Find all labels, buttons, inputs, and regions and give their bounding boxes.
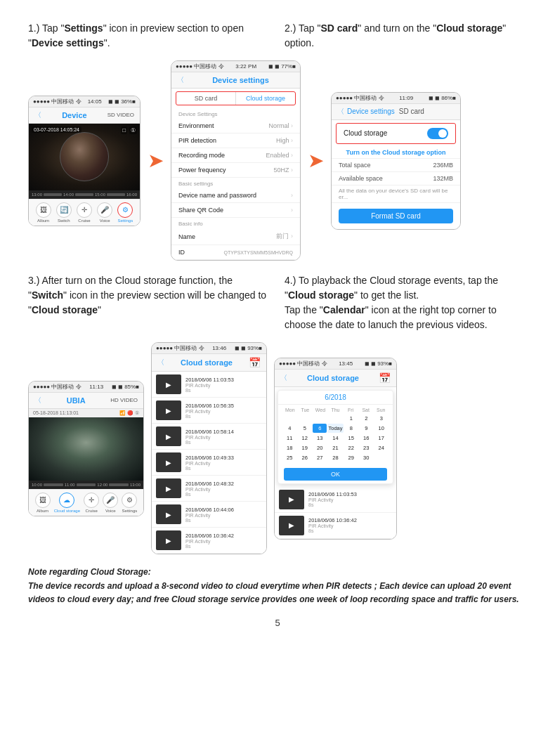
- cloud-thumb-4: ▶: [156, 452, 181, 472]
- devname-arrow: ›: [291, 192, 293, 199]
- phone4-header: 〈 UBIA HD VIDEO: [29, 393, 143, 409]
- cal-17[interactable]: 17: [374, 434, 389, 443]
- cloud-event-2[interactable]: ▶ 2018/06/06 10:56:35 PIR Activity 8s: [152, 398, 266, 424]
- cal-27[interactable]: 27: [313, 453, 327, 462]
- album-icon-item4[interactable]: 🖼 Album: [35, 493, 51, 513]
- settings-name[interactable]: Name 前门 ›: [171, 228, 300, 245]
- cal-23[interactable]: 23: [359, 443, 374, 452]
- cal-26[interactable]: 26: [297, 453, 312, 462]
- settings-qr[interactable]: Share QR Code ›: [171, 203, 300, 218]
- cal-8[interactable]: 8: [344, 424, 359, 433]
- rec-label: Recording mode: [178, 152, 225, 159]
- phone3-title-right: SD card: [399, 107, 424, 115]
- cloud-event-6[interactable]: ▶ 2018/06/06 10:44:06 PIR Activity 8s: [152, 502, 266, 528]
- voice-circle4: 🎤: [103, 493, 118, 508]
- cloud-event-7[interactable]: ▶ 2018/06/06 10:36:42 PIR Activity 8s: [152, 528, 266, 554]
- name-value: 前门 ›: [276, 232, 293, 241]
- settings-device-name[interactable]: Device name and password ›: [171, 188, 300, 203]
- cloud-avail-space: Available space 132MB: [332, 172, 460, 185]
- cal-empty3: [313, 414, 327, 423]
- cloudstorage-icon-item4[interactable]: ☁ Cloud storage: [54, 493, 80, 513]
- phone4-right: HD VIDEO: [110, 397, 138, 403]
- voice-label4: Voice: [105, 509, 116, 513]
- cal-16[interactable]: 16: [359, 434, 374, 443]
- cloud-event-info-4: 2018/06/06 10:49:33 PIR Activity 8s: [185, 455, 262, 471]
- top-instructions: 1.) Tap "Settings" icon in preview secti…: [28, 21, 527, 51]
- switch-icon-item[interactable]: 🔄 Switch: [56, 202, 72, 223]
- settings-icon-item[interactable]: ⚙ Settings: [117, 202, 133, 223]
- cloud-event-time-1: 2018/06/06 11:03:53: [185, 377, 262, 383]
- cloud-event-info-1: 2018/06/06 11:03:53 PIR Activity 8s: [185, 377, 262, 393]
- voice-icon-item4[interactable]: 🎤 Voice: [103, 493, 118, 513]
- phone4-back[interactable]: 〈: [34, 396, 41, 405]
- cruise-icon-item[interactable]: ✛ Cruise: [77, 202, 92, 223]
- cal-ok-button[interactable]: OK: [284, 468, 387, 481]
- phone5-back[interactable]: 〈: [157, 358, 164, 367]
- cal-14[interactable]: 14: [327, 434, 343, 443]
- cal-18[interactable]: 18: [282, 443, 296, 452]
- phone6-back[interactable]: 〈: [280, 373, 287, 383]
- cal-30[interactable]: 30: [359, 453, 374, 462]
- cal-19[interactable]: 19: [297, 443, 312, 452]
- cal-25[interactable]: 25: [282, 453, 296, 462]
- cal-24[interactable]: 24: [374, 443, 389, 452]
- phone6-event-2[interactable]: ▶ 2018/06/06 10:36:42 PIR Activity 8s: [275, 513, 396, 539]
- phone3-back[interactable]: 〈: [337, 107, 344, 117]
- cal-22[interactable]: 22: [344, 443, 359, 452]
- cal-7[interactable]: Today: [327, 424, 343, 433]
- cal-28[interactable]: 28: [327, 453, 343, 462]
- page-number: 5: [28, 618, 527, 628]
- cal-3[interactable]: 3: [374, 414, 389, 423]
- cloud-toggle-switch[interactable]: [427, 128, 448, 139]
- sdcard-tab[interactable]: SD card: [176, 92, 236, 105]
- cruise-icon-item4[interactable]: ✛ Cruise: [84, 493, 99, 513]
- settings-recording[interactable]: Recording mode Enabled ›: [171, 148, 300, 163]
- cal-10[interactable]: 10: [374, 424, 389, 433]
- cloud-event-3[interactable]: ▶ 2018/06/06 10:58:14 PIR Activity 8s: [152, 424, 266, 450]
- phone1-back[interactable]: 〈: [34, 110, 41, 120]
- devname-label: Device name and password: [178, 192, 256, 199]
- settings-power[interactable]: Power frequency 50HZ ›: [171, 163, 300, 178]
- settings-pir[interactable]: PIR detection High ›: [171, 133, 300, 148]
- wd-tue: Tue: [298, 408, 313, 412]
- cloud-thumb-5: ▶: [156, 478, 181, 498]
- cal-5[interactable]: 5: [297, 424, 312, 433]
- phone5-status-time: 13:46: [212, 345, 226, 351]
- phone2-back[interactable]: 〈: [177, 75, 184, 85]
- album-icon-item[interactable]: 🖼 Album: [36, 202, 51, 223]
- cloud-event-1[interactable]: ▶ 2018/06/06 11:03:53 PIR Activity 8s: [152, 372, 266, 398]
- phone1-status-time: 14:05: [88, 98, 102, 105]
- settings-circle4: ⚙: [122, 493, 137, 508]
- cal-6-today[interactable]: 6: [313, 424, 327, 433]
- cloud-storage-tab[interactable]: Cloud storage: [236, 92, 295, 105]
- format-sd-button[interactable]: Format SD card: [339, 209, 453, 223]
- cal-20[interactable]: 20: [313, 443, 327, 452]
- phone6-event-1[interactable]: ▶ 2018/06/06 11:03:53 PIR Activity 8s: [275, 487, 396, 513]
- cal-21[interactable]: 21: [327, 443, 343, 452]
- voice-icon-item[interactable]: 🎤 Voice: [97, 202, 112, 223]
- cloud-event-4[interactable]: ▶ 2018/06/06 10:49:33 PIR Activity 8s: [152, 450, 266, 476]
- album-circle4: 🖼: [35, 493, 51, 508]
- cal-4[interactable]: 4: [282, 424, 296, 433]
- cloud-event-5[interactable]: ▶ 2018/06/06 10:48:32 PIR Activity 8s: [152, 476, 266, 502]
- tl4-12: 12:00: [97, 483, 107, 487]
- cloud-event-type-4: PIR Activity: [185, 461, 262, 466]
- phone2-title: Device settings: [187, 76, 294, 84]
- phone4-title: UBIA: [44, 396, 107, 405]
- phone3-status-left: ●●●●● 中国移动 令: [336, 94, 384, 102]
- cal-15[interactable]: 15: [344, 434, 359, 443]
- cal-12[interactable]: 12: [297, 434, 312, 443]
- settings-environment[interactable]: Environment Normal ›: [171, 119, 300, 133]
- cal-29[interactable]: 29: [344, 453, 359, 462]
- calendar-icon6[interactable]: 📅: [379, 372, 391, 384]
- cal-1[interactable]: 1: [344, 414, 359, 423]
- calendar-icon[interactable]: 📅: [249, 357, 261, 368]
- phone2-status-left: ●●●●● 中国移动 令: [176, 63, 224, 70]
- cal-9[interactable]: 9: [359, 424, 374, 433]
- settings-icon-item4[interactable]: ⚙ Settings: [122, 493, 137, 513]
- cal-2[interactable]: 2: [359, 414, 374, 423]
- cloud-total-space: Total space 236MB: [332, 159, 460, 172]
- cal-11[interactable]: 11: [282, 434, 296, 443]
- cal-13[interactable]: 13: [313, 434, 327, 443]
- phone2-device-settings: ●●●●● 中国移动 令 3:22 PM ◼ ◼ 77%■ 〈 Device s…: [171, 60, 301, 261]
